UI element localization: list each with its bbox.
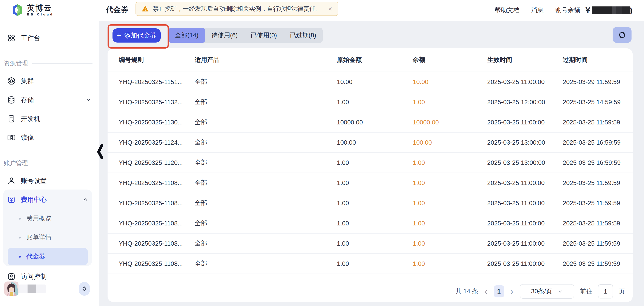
main-content: 代金券 禁止挖矿，一经发现后自动删除相关实例，自行承担法律责任。 × 帮助文档 … [99, 0, 644, 306]
sidebar-item-devmachine[interactable]: 开发机 [7, 112, 91, 125]
topbar-right: 帮助文档 消息 账号余额: ¥ ) [494, 0, 632, 21]
sidebar-item-cluster[interactable]: 集群 [7, 74, 91, 88]
sidebar-collapse-handle[interactable] [96, 144, 104, 159]
cell-expire-time: 2025-03-25 11:59:59 [563, 200, 624, 207]
sidebar-item-billing-overview[interactable]: 费用概览 [19, 212, 88, 225]
sidebar-item-workbench[interactable]: 工作台 [7, 31, 91, 45]
account-balance: 账号余额: ¥ ) [555, 5, 632, 15]
cell-voucher-id: YHQ-20250325-1151... [119, 78, 195, 85]
sidebar-item-label: 存储 [21, 96, 34, 104]
plus-icon: + [116, 31, 121, 39]
col-header: 原始金额 [337, 56, 413, 64]
sidebar-item-label: 费用中心 [21, 195, 47, 204]
cell-voucher-id: YHQ-20250325-1108... [119, 260, 195, 267]
sidebar-item-label: 费用概览 [26, 214, 52, 223]
sidebar-item-billing-center[interactable]: 费用中心 [7, 193, 88, 206]
cell-voucher-id: YHQ-20250325-1124... [119, 139, 195, 146]
mirror-image-icon [7, 133, 16, 142]
sidebar-item-label: 访问控制 [21, 272, 47, 281]
sidebar-item-access-control[interactable]: 访问控制 [7, 270, 91, 283]
cell-expire-time: 2025-03-25 11:59:59 [563, 119, 624, 126]
cell-original-amount: 1.00 [337, 200, 413, 207]
col-header: 生效时间 [487, 56, 563, 64]
voucher-table-panel: 编号规则 适用产品 原始金额 余额 生效时间 过期时间 YHQ-20250325… [108, 48, 632, 302]
tab-unused[interactable]: 待使用(6) [205, 28, 244, 43]
cell-expire-time: 2025-03-25 11:59:59 [563, 260, 624, 267]
cell-effective-time: 2025-03-25 11:00:00 [487, 260, 563, 267]
refresh-button[interactable] [612, 27, 632, 43]
balance-label: 账号余额: [555, 6, 582, 14]
sidebar-item-bill-detail[interactable]: 账单详情 [19, 231, 88, 244]
yuan-ticket-icon [7, 195, 16, 204]
prev-page-icon[interactable]: ‹ [484, 287, 488, 296]
cell-effective-time: 2025-03-25 11:00:00 [487, 200, 563, 207]
cell-product: 全部 [195, 259, 337, 268]
sidebar-item-label: 镜像 [21, 133, 34, 142]
cell-balance: 10000.00 [413, 119, 487, 126]
cell-voucher-id: YHQ-20250325-1130... [119, 119, 195, 126]
tab-expired[interactable]: 已过期(8) [283, 28, 322, 43]
brand-logo: 英博云 EB Cloud [11, 4, 54, 16]
bullet-dot-icon [19, 256, 21, 258]
page-unit-label: 页 [618, 287, 625, 296]
table-row: YHQ-20250325-1108... 全部 1.00 1.00 2025-0… [108, 193, 632, 213]
brand-name: 英博云 [27, 4, 54, 12]
brand-cube-icon [11, 4, 24, 16]
cell-original-amount: 1.00 [337, 240, 413, 247]
pagination: 共 14 条 ‹ 1 › 30条/页 前往 页 [455, 284, 625, 299]
sidebar-item-storage[interactable]: 存储 [7, 93, 91, 107]
cell-product: 全部 [195, 78, 337, 86]
database-icon [7, 96, 16, 104]
cell-voucher-id: YHQ-20250325-1120... [119, 159, 195, 166]
cell-product: 全部 [195, 199, 337, 207]
cell-product: 全部 [195, 158, 337, 167]
table-row: YHQ-20250325-1108... 全部 1.00 1.00 2025-0… [108, 253, 632, 274]
close-icon[interactable]: × [328, 5, 332, 12]
person-icon [7, 176, 16, 185]
account-switcher-button[interactable] [79, 282, 90, 296]
chevron-up-icon [82, 197, 88, 202]
cell-effective-time: 2025-03-25 11:00:00 [487, 119, 563, 126]
sidebar-item-voucher[interactable]: 代金券 [19, 250, 88, 263]
page-size-select[interactable]: 30条/页 [520, 284, 574, 299]
cell-effective-time: 2025-03-25 11:00:00 [487, 220, 563, 227]
goto-label: 前往 [580, 287, 592, 296]
goto-page-input[interactable] [598, 284, 613, 299]
col-header: 余额 [413, 56, 487, 64]
add-voucher-button[interactable]: + 添加代金券 [112, 28, 161, 42]
sidebar-item-label: 代金券 [26, 252, 45, 261]
cell-effective-time: 2025-03-25 11:00:00 [487, 240, 563, 247]
billing-center-group: 费用中心 费用概览 账单详情 代金券 [3, 190, 92, 266]
next-page-icon[interactable]: › [510, 287, 514, 296]
section-label: 资源管理 [4, 59, 28, 67]
cell-expire-time: 2025-03-25 11:59:59 [563, 179, 624, 187]
cell-effective-time: 2025-03-25 12:00:00 [487, 99, 563, 106]
cell-product: 全部 [195, 219, 337, 228]
bullet-dot-icon [19, 218, 21, 220]
cell-expire-time: 2025-03-25 16:59:59 [563, 159, 624, 166]
cell-original-amount: 1.00 [337, 220, 413, 227]
messages-link[interactable]: 消息 [531, 6, 544, 14]
grid-icon [7, 34, 16, 42]
balance-masked-tail: ) [630, 6, 632, 14]
cell-original-amount: 1.00 [337, 159, 413, 166]
table-row: YHQ-20250325-1120... 全部 1.00 1.00 2025-0… [108, 152, 632, 173]
sidebar-item-image[interactable]: 镜像 [7, 131, 91, 144]
table-row: YHQ-20250325-1124... 全部 100.00 100.00 20… [108, 132, 632, 152]
help-docs-link[interactable]: 帮助文档 [494, 6, 520, 14]
cell-voucher-id: YHQ-20250325-1108... [119, 220, 195, 227]
tab-used[interactable]: 已使用(0) [244, 28, 283, 43]
user-avatar[interactable] [4, 282, 18, 296]
cell-voucher-id: YHQ-20250325-1132... [119, 99, 195, 106]
cell-original-amount: 1.00 [337, 260, 413, 267]
cell-product: 全部 [195, 118, 337, 127]
top-bar: 代金券 禁止挖矿，一经发现后自动删除相关实例，自行承担法律责任。 × 帮助文档 … [99, 0, 644, 21]
tab-all[interactable]: 全部(14) [168, 28, 205, 43]
status-filter-tabs: 全部(14) 待使用(6) 已使用(0) 已过期(8) [168, 28, 323, 43]
sidebar-item-account-settings[interactable]: 账号设置 [7, 174, 91, 187]
cell-effective-time: 2025-03-25 13:00:00 [487, 139, 563, 146]
cell-product: 全部 [195, 98, 337, 106]
cell-product: 全部 [195, 179, 337, 187]
current-page[interactable]: 1 [494, 285, 504, 298]
cell-balance: 100.00 [413, 139, 487, 146]
